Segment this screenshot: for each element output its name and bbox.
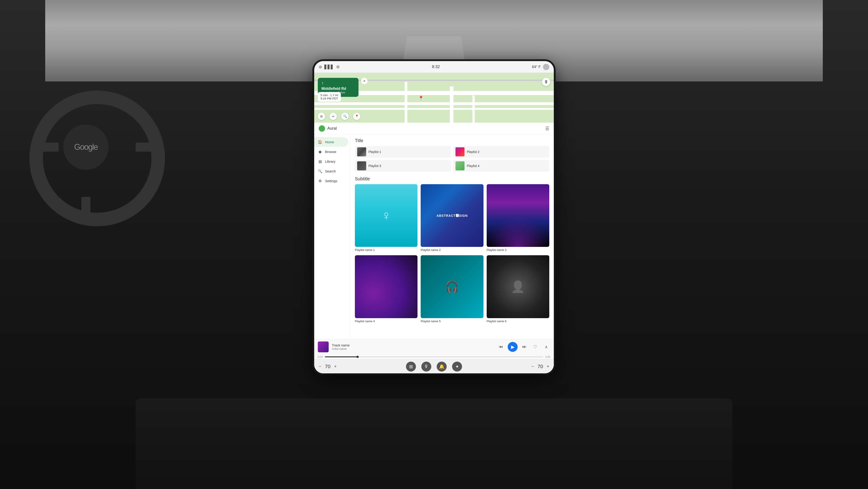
playlist-thumbnail-lg-4 (355, 255, 417, 318)
status-right: 64° F (532, 64, 549, 70)
playlist-thumbnail-4 (456, 161, 465, 170)
map-mic-button[interactable]: 🎙 (542, 78, 550, 86)
now-playing-bar: Track name Artist name ⏮ ▶ ⏭ ♡ ∧ 0:24 3:… (314, 339, 554, 359)
signal-icon: ▋▋▋ (324, 64, 334, 69)
map-controls: ⊞ ⇌ 🔍 📍 (318, 113, 360, 120)
bluetooth-icon: ⊛ (319, 64, 322, 69)
vol-left-minus[interactable]: − (319, 364, 321, 369)
sidebar-item-search[interactable]: 🔍 Search (314, 166, 348, 176)
thumb-headphones (421, 255, 483, 318)
time-current: 0:24 (318, 355, 322, 358)
bottom-center-controls: ⊞ 🎙 🔔 ✦ (406, 362, 462, 372)
browse-icon: ◉ (318, 150, 322, 154)
settings-icon: ⚙ (318, 179, 322, 183)
playlist-name-lg-5: Playlist name 5 (421, 319, 483, 323)
playlist-item-lg-3[interactable]: Playlist name 3 (487, 184, 549, 252)
status-time: 8:32 (432, 64, 440, 69)
playlist-grid-large-row2: Playlist name 4 Playlist name 5 Playlist… (355, 255, 549, 323)
next-button[interactable]: ⏭ (520, 343, 528, 351)
playlist-item-lg-1[interactable]: Playlist name 1 (355, 184, 417, 252)
prev-button[interactable]: ⏮ (497, 343, 505, 351)
volume-right: − 70 + (531, 364, 549, 370)
sidebar-item-settings[interactable]: ⚙ Settings (314, 176, 348, 186)
map-road (472, 95, 475, 123)
heart-button[interactable]: ♡ (531, 343, 539, 351)
thumb-concert (487, 184, 549, 247)
playlist-item-1[interactable]: Playlist 1 (355, 146, 451, 158)
now-playing-top: Track name Artist name ⏮ ▶ ⏭ ♡ ∧ (318, 339, 550, 354)
app-name: Aural (327, 126, 337, 131)
playlist-item-lg-4[interactable]: Playlist name 4 (355, 255, 417, 323)
apps-button[interactable]: ⊞ (406, 362, 416, 372)
progress-bar-container: 0:24 3:33 (318, 354, 550, 359)
maps-area: ↑ Middlefield Rd toward Lowell Ave ✕ 5 m… (314, 73, 554, 123)
track-name: Track name (332, 343, 494, 347)
thumb-abstract (421, 184, 483, 247)
playlist-thumbnail-lg-6 (487, 255, 549, 318)
sidebar-item-label: Home (325, 140, 334, 144)
map-layers-button[interactable]: ⊞ (318, 113, 325, 120)
progress-fill (325, 356, 358, 357)
playlist-label-4: Playlist 4 (467, 164, 479, 168)
status-bar: ⊛ ▋▋▋ ⚙ 8:32 64° F (314, 61, 554, 73)
map-route-button[interactable]: ⇌ (330, 113, 337, 120)
playlist-item-lg-6[interactable]: Playlist name 6 (487, 255, 549, 323)
playlist-item-lg-5[interactable]: Playlist name 5 (421, 255, 483, 323)
playlist-thumbnail-lg-2 (421, 184, 483, 247)
map-location-button[interactable]: 📍 (353, 113, 360, 120)
nav-eta: 5 min · 1.7 mi 5:24 PM PDT (318, 92, 341, 102)
app-logo-icon (319, 125, 325, 132)
mic-button[interactable]: 🎙 (421, 362, 431, 372)
playlist-label-1: Playlist 1 (368, 150, 381, 154)
vol-left-plus[interactable]: + (334, 364, 337, 369)
sidebar-item-label: Browse (325, 150, 336, 154)
nav-close-button[interactable]: ✕ (361, 78, 368, 84)
settings-button[interactable]: ✦ (452, 362, 462, 372)
section-title: Title (355, 138, 549, 143)
music-app: Aural ☰ 🏠 Home ◉ Browse ▤ Library (314, 123, 554, 373)
sidebar-item-browse[interactable]: ◉ Browse (314, 147, 348, 156)
library-icon: ▤ (318, 159, 322, 164)
play-button[interactable]: ▶ (508, 342, 518, 352)
track-info: Track name Artist name (332, 343, 494, 350)
app-header: Aural ☰ (314, 123, 554, 135)
playlist-label-3: Playlist 3 (368, 164, 381, 168)
playback-controls: ⏮ ▶ ⏭ ♡ ∧ (497, 342, 550, 352)
device-screen: ⊛ ▋▋▋ ⚙ 8:32 64° F ↑ Middlefield Rd towa… (314, 61, 554, 373)
map-road (405, 82, 407, 123)
sidebar-item-home[interactable]: 🏠 Home (314, 137, 348, 147)
search-icon: 🔍 (318, 169, 322, 173)
playlist-name-lg-6: Playlist name 6 (487, 319, 549, 323)
steering-wheel: Google (18, 79, 176, 238)
track-artist: Artist name (332, 347, 494, 350)
progress-bar[interactable] (325, 356, 543, 357)
app-logo: Aural (319, 125, 337, 132)
avatar[interactable] (543, 64, 549, 70)
playlist-item-2[interactable]: Playlist 2 (453, 146, 549, 158)
playlist-thumbnail-2 (456, 147, 465, 156)
playlist-thumbnail-1 (357, 147, 366, 156)
playlist-label-2: Playlist 2 (467, 150, 479, 154)
playlist-item-lg-2[interactable]: Playlist name 2 (421, 184, 483, 252)
map-search-button[interactable]: 🔍 (341, 113, 348, 120)
track-thumbnail (318, 342, 329, 352)
sidebar-item-library[interactable]: ▤ Library (314, 156, 348, 166)
bell-button[interactable]: 🔔 (437, 362, 447, 372)
playlist-item-3[interactable]: Playlist 3 (355, 160, 451, 172)
playlist-item-4[interactable]: Playlist 4 (453, 160, 549, 172)
expand-button[interactable]: ∧ (542, 343, 550, 351)
thumb-purple (355, 255, 417, 318)
volume-left: − 70 + (319, 364, 337, 370)
queue-icon[interactable]: ☰ (545, 126, 549, 131)
nav-arrow-icon: ↑ (321, 81, 355, 86)
playlist-grid-large-row1: Playlist name 1 Playlist name 2 Playlist… (355, 184, 549, 252)
time-total: 3:33 (546, 355, 550, 358)
map-pin-icon: 📍 (418, 95, 424, 101)
sidebar-item-label: Search (325, 169, 336, 173)
thumb-face (487, 255, 549, 318)
vol-right-minus[interactable]: − (531, 364, 534, 369)
vol-right-plus[interactable]: + (547, 364, 549, 369)
status-left: ⊛ ▋▋▋ ⚙ (319, 64, 340, 69)
vol-left-value: 70 (324, 364, 332, 370)
playlist-name-lg-1: Playlist name 1 (355, 248, 417, 252)
